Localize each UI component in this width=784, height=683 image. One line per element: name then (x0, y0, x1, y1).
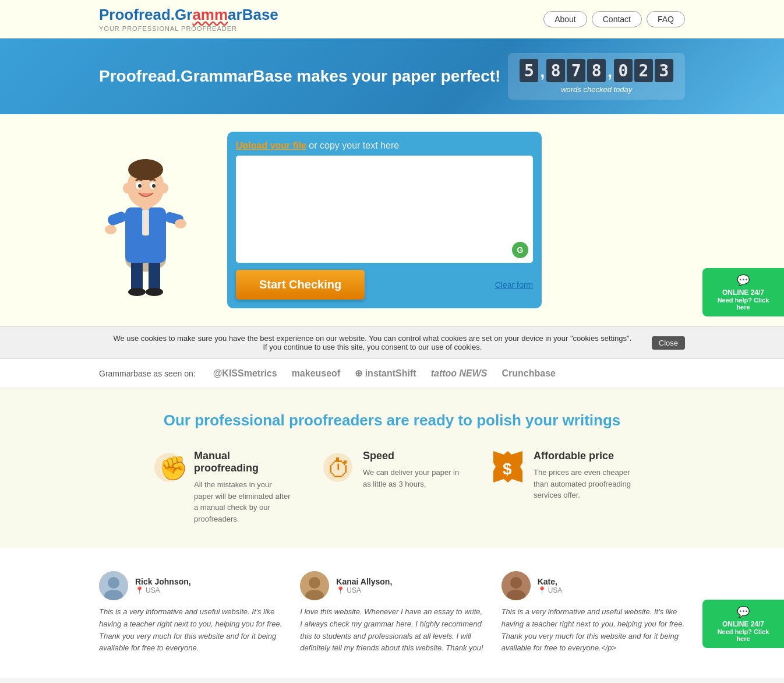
start-checking-button[interactable]: Start Checking (236, 270, 365, 300)
logo-kissmetrics: @KISSmetrics (213, 368, 277, 379)
clear-form-link[interactable]: Clear form (495, 280, 533, 290)
chat-widget-top[interactable]: 💬 ONLINE 24/7 Need help? Click here (702, 268, 784, 316)
seen-on-label: Grammarbase as seen on: (99, 369, 196, 378)
testimonial-kate-avatar (502, 571, 531, 600)
testimonial-kanai-avatar (300, 571, 329, 600)
feature-speed-content: Speed We can deliver your paper in as li… (363, 450, 462, 490)
nav-buttons: About Contact FAQ (543, 11, 685, 27)
testimonial-rick-text: This is a very informative and useful we… (99, 606, 282, 654)
digit-7: 7 (567, 59, 585, 82)
svg-point-3 (128, 288, 146, 296)
hero-tagline: makes your paper perfect! (296, 67, 500, 85)
feature-speed-desc: We can deliver your paper in as little a… (363, 467, 462, 490)
svg-rect-1 (131, 260, 143, 292)
svg-text:✊: ✊ (159, 454, 185, 482)
cookie-text: We use cookies to make sure you have the… (99, 334, 646, 351)
main-content: Upload your file or copy your text here … (0, 114, 784, 326)
feature-price-title: Affordable price (534, 450, 631, 462)
feature-price: $ Affordable price The prices are even c… (491, 450, 631, 524)
testimonial-kate-info: Kate, 📍 USA (538, 577, 563, 594)
site-header: Proofread.GrammarBase YOUR PROFESSIONAL … (0, 0, 784, 38)
feature-manual-content: Manual proofreading All the mistakes in … (194, 450, 293, 524)
digit-comma-1: , (540, 59, 545, 82)
feature-price-desc: The prices are even cheaper than automat… (534, 467, 631, 501)
testimonial-kanai-info: Kanai Allyson, 📍 USA (336, 577, 392, 594)
svg-point-17 (138, 184, 142, 188)
svg-point-19 (123, 183, 131, 193)
digit-5: 5 (520, 59, 538, 82)
nav-contact-button[interactable]: Contact (592, 11, 642, 27)
features-title: Our professional proofreaders are ready … (99, 411, 685, 429)
svg-point-31 (309, 577, 320, 589)
testimonials-grid: Rick Johnson, 📍 USA This is a very infor… (99, 571, 685, 654)
testimonial-kanai-text: I love this website. Whenever I have an … (300, 606, 483, 654)
svg-point-10 (105, 225, 116, 234)
digit-3: 3 (655, 59, 673, 82)
testimonial-rick-header: Rick Johnson, 📍 USA (99, 571, 282, 600)
testimonial-rick: Rick Johnson, 📍 USA This is a very infor… (99, 571, 282, 654)
testimonial-rick-location: 📍 USA (135, 586, 191, 594)
timer-icon: ⏱ (322, 450, 354, 491)
feature-manual-desc: All the mistakes in your paper will be e… (194, 479, 293, 524)
chat-sub-bottom: Need help? Click here (711, 628, 775, 642)
svg-point-34 (510, 577, 522, 589)
svg-rect-2 (149, 260, 160, 292)
logo-tattoo: tattoo NEWS (431, 368, 488, 379)
dollar-icon: $ (491, 450, 525, 491)
digit-0: 0 (614, 59, 633, 82)
feature-speed-title: Speed (363, 450, 462, 462)
location-pin-icon: 📍 (135, 586, 144, 594)
counter-box: 5 , 8 7 8 , 0 2 3 words checked today (508, 53, 685, 100)
main-textarea[interactable] (242, 161, 527, 255)
chat-sub-top: Need help? Click here (711, 297, 775, 311)
svg-rect-7 (142, 209, 149, 235)
logo-instantshift: ⊕ instantShift (355, 368, 416, 379)
hero-banner: Proofread.GrammarBase makes your paper p… (0, 38, 784, 114)
chat-icon-bottom: 💬 (711, 605, 775, 618)
testimonial-rick-name: Rick Johnson, (135, 577, 191, 586)
testimonial-kate-location: 📍 USA (538, 586, 563, 594)
close-cookie-button[interactable]: Close (652, 336, 685, 350)
cookie-message-line2: If you continue to use this site, you co… (263, 343, 482, 351)
seen-on-logos: @KISSmetrics makeuseof ⊕ instantShift ta… (213, 368, 556, 379)
svg-text:$: $ (503, 460, 512, 478)
upload-text-rest: or copy your text here (309, 140, 399, 150)
digit-2: 2 (634, 59, 653, 82)
testimonial-kanai-location: 📍 USA (336, 586, 392, 594)
testimonial-rick-avatar (99, 571, 128, 600)
nav-about-button[interactable]: About (543, 11, 587, 27)
features-grid: ✊ Manual proofreading All the mistakes i… (99, 450, 685, 524)
nav-faq-button[interactable]: FAQ (647, 11, 685, 27)
svg-point-28 (108, 577, 119, 589)
upload-label: Upload your file or copy your text here (236, 140, 533, 151)
logo-subtitle: YOUR PROFESSIONAL PROOFREADER (99, 25, 278, 32)
mascot-area (99, 132, 216, 309)
svg-point-20 (160, 183, 168, 193)
svg-point-14 (128, 159, 163, 180)
digit-8a: 8 (546, 59, 565, 82)
hero-brand: Proofread.GrammarBase (99, 67, 292, 85)
feature-manual: ✊ Manual proofreading All the mistakes i… (153, 450, 293, 524)
svg-text:⏱: ⏱ (327, 455, 351, 483)
chat-title-bottom: ONLINE 24/7 (711, 620, 775, 628)
counter-label: words checked today (520, 85, 673, 94)
cookie-banner: We use cookies to make sure you have the… (0, 326, 784, 359)
cookie-message-line1: We use cookies to make sure you have the… (113, 334, 631, 343)
hero-text: Proofread.GrammarBase makes your paper p… (99, 67, 500, 86)
logo-crunchbase: Crunchbase (502, 368, 556, 379)
svg-rect-8 (107, 210, 128, 227)
testimonial-kanai-header: Kanai Allyson, 📍 USA (300, 571, 483, 600)
digit-8b: 8 (587, 59, 606, 82)
logo-title: Proofread.GrammarBase (99, 6, 278, 24)
testimonial-kate-name: Kate, (538, 577, 563, 586)
counter-digits: 5 , 8 7 8 , 0 2 3 (520, 59, 673, 82)
chat-icon-top: 💬 (711, 274, 775, 287)
input-panel: Upload your file or copy your text here … (227, 132, 542, 308)
feature-speed: ⏱ Speed We can deliver your paper in as … (322, 450, 462, 524)
testimonial-kate-text: This is a very informative and useful we… (502, 606, 685, 654)
chat-widget-bottom[interactable]: 💬 ONLINE 24/7 Need help? Click here (702, 600, 784, 648)
feature-price-content: Affordable price The prices are even che… (534, 450, 631, 501)
logo-makeuseof: makeuseof (292, 368, 341, 379)
grammarly-icon: G (512, 242, 528, 258)
upload-file-link[interactable]: Upload your file (236, 140, 306, 150)
